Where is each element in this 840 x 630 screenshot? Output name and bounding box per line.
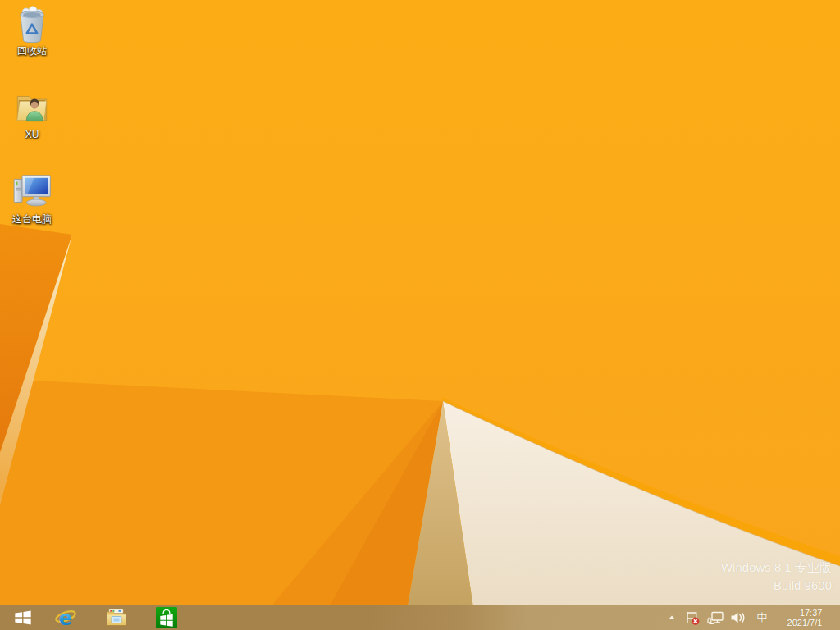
this-pc-icon: [11, 171, 53, 212]
windows-logo-icon: [13, 608, 33, 628]
internet-explorer-icon: e: [54, 606, 77, 629]
show-hidden-icons-button[interactable]: [666, 605, 678, 630]
wallpaper: [0, 0, 840, 630]
file-explorer-icon: [105, 606, 128, 629]
taskbar-app-store[interactable]: [153, 605, 180, 630]
action-center-button[interactable]: [684, 605, 701, 630]
system-tray: 中 17:37 2021/7/1: [666, 605, 829, 630]
recycle-bin-icon: [11, 3, 53, 44]
chevron-up-icon: [668, 614, 676, 621]
desktop-icon-user-folder[interactable]: XU: [0, 87, 64, 140]
taskbar: e: [0, 605, 840, 630]
network-icon: [706, 610, 724, 625]
clock-date: 2021/7/1: [788, 618, 823, 628]
taskbar-app-file-explorer[interactable]: [102, 605, 131, 630]
taskbar-app-internet-explorer[interactable]: e: [51, 605, 80, 630]
windows-watermark: Windows 8.1 专业版 Build 9600: [721, 559, 832, 595]
user-folder-icon: [11, 87, 53, 128]
desktop-icon-this-pc[interactable]: 这台电脑: [0, 171, 64, 225]
desktop-icon-label: XU: [0, 129, 64, 140]
start-button[interactable]: [7, 605, 39, 630]
speaker-icon: [729, 611, 746, 624]
watermark-edition: Windows 8.1 专业版: [721, 559, 832, 577]
watermark-build: Build 9600: [721, 577, 832, 595]
svg-text:e: e: [59, 607, 72, 629]
clock-time: 17:37: [788, 608, 823, 619]
volume-button[interactable]: [728, 605, 746, 630]
desktop-icon-recycle-bin[interactable]: 回收站: [0, 3, 64, 57]
flag-error-icon: [684, 609, 701, 626]
desktop: 回收站 XU: [0, 0, 840, 630]
desktop-icon-label: 回收站: [0, 45, 64, 57]
clock[interactable]: 17:37 2021/7/1: [781, 605, 829, 630]
network-button[interactable]: [705, 605, 725, 630]
ime-label: 中: [757, 610, 768, 625]
ime-indicator[interactable]: 中: [755, 605, 769, 630]
store-icon: [156, 607, 177, 628]
desktop-icon-label: 这台电脑: [0, 213, 64, 225]
